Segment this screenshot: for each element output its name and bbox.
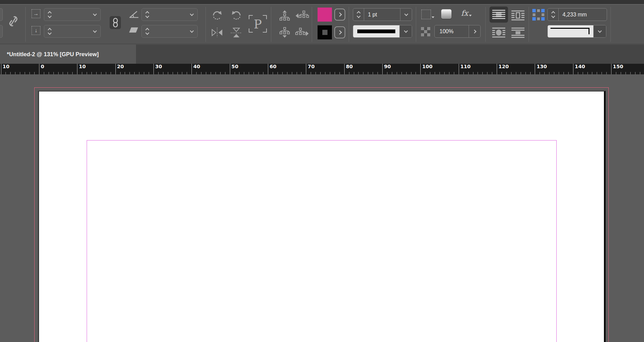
ruler-label: 70 bbox=[308, 64, 314, 69]
opacity-field[interactable]: 100% bbox=[434, 25, 481, 38]
corner-size-value[interactable]: 4,233 mm bbox=[559, 9, 607, 21]
ruler-tick bbox=[292, 72, 292, 74]
rotation-value[interactable] bbox=[152, 9, 186, 21]
corner-shape-dropdown[interactable] bbox=[547, 25, 606, 38]
ruler-tick bbox=[201, 72, 201, 74]
divider bbox=[485, 7, 486, 42]
corner-size-stepper[interactable] bbox=[548, 9, 558, 21]
divider bbox=[312, 7, 312, 42]
ruler-tick bbox=[554, 72, 554, 74]
ruler-tick bbox=[568, 72, 569, 74]
stroke-style-dropdown-button[interactable] bbox=[399, 25, 412, 37]
select-next-object-icon[interactable] bbox=[295, 27, 310, 39]
ruler-tick bbox=[111, 72, 111, 74]
ruler-tick bbox=[168, 72, 168, 74]
width-dropdown-icon[interactable] bbox=[89, 9, 100, 21]
stroke-weight-value[interactable]: 1 pt bbox=[364, 9, 400, 21]
ruler-tick bbox=[44, 72, 44, 74]
height-value[interactable] bbox=[55, 25, 89, 37]
corner-shape-dropdown-button[interactable] bbox=[593, 25, 606, 37]
ruler-tick bbox=[244, 72, 244, 74]
stroke-swatch[interactable] bbox=[318, 25, 332, 39]
ruler-major-line bbox=[77, 64, 77, 74]
ruler-tick bbox=[544, 72, 545, 74]
ruler-tick bbox=[449, 72, 449, 74]
ruler-tick bbox=[63, 72, 63, 74]
ruler-label: 90 bbox=[384, 64, 391, 69]
horizontal-ruler[interactable]: 100102030405060708090100110120130140150 bbox=[0, 64, 644, 74]
corner-shape-preview bbox=[548, 25, 593, 37]
width-stepper[interactable] bbox=[44, 9, 55, 21]
reference-point-indicator: P bbox=[249, 15, 267, 33]
chevron-right-icon bbox=[337, 30, 342, 35]
ruler-tick bbox=[640, 72, 640, 74]
rotation-stepper[interactable] bbox=[142, 9, 152, 21]
fill-menu-button[interactable] bbox=[334, 9, 345, 21]
width-field[interactable] bbox=[44, 8, 101, 21]
ruler-tick bbox=[211, 72, 211, 74]
ruler-tick bbox=[549, 72, 549, 74]
stroke-weight-field[interactable]: 1 pt bbox=[353, 8, 412, 21]
flip-vertical-icon[interactable] bbox=[229, 26, 244, 39]
rotate-clockwise-icon[interactable] bbox=[210, 9, 225, 22]
ruler-major-line bbox=[1, 64, 1, 74]
height-stepper[interactable] bbox=[44, 25, 55, 37]
ruler-major-line bbox=[497, 64, 497, 74]
shear-stepper[interactable] bbox=[142, 25, 152, 37]
wrap-bounding-box-button[interactable] bbox=[510, 9, 525, 22]
ruler-tick bbox=[101, 72, 101, 74]
ruler-tick bbox=[358, 72, 359, 74]
ruler-tick bbox=[373, 72, 373, 74]
ruler-tick bbox=[501, 72, 502, 74]
height-field[interactable] bbox=[44, 25, 101, 38]
fill-swatch[interactable] bbox=[318, 8, 332, 22]
ruler-tick bbox=[401, 72, 402, 74]
select-content-icon[interactable] bbox=[278, 26, 291, 39]
square-corner-sample bbox=[550, 28, 590, 34]
pasteboard[interactable] bbox=[0, 74, 644, 342]
opacity-flyout-button[interactable] bbox=[469, 25, 480, 37]
constrain-proportions-button[interactable] bbox=[110, 16, 121, 29]
corner-size-field[interactable]: 4,233 mm bbox=[547, 8, 607, 21]
ruler-major-line bbox=[344, 64, 345, 74]
ruler-major-line bbox=[230, 64, 230, 74]
document-tab[interactable]: *Untitled-2 @ 131% [GPU Preview] bbox=[0, 45, 136, 64]
select-container-icon[interactable] bbox=[278, 9, 291, 22]
ruler-tick bbox=[173, 72, 173, 74]
shear-icon bbox=[130, 27, 137, 33]
ruler-tick bbox=[363, 72, 363, 74]
shear-value[interactable] bbox=[152, 25, 186, 37]
height-dropdown-icon[interactable] bbox=[89, 25, 100, 37]
wrap-object-shape-button[interactable] bbox=[490, 26, 507, 39]
drop-shadow-button[interactable] bbox=[441, 9, 451, 19]
select-previous-object-icon[interactable] bbox=[295, 10, 310, 22]
rotate-counterclockwise-icon[interactable] bbox=[229, 9, 244, 22]
ruler-tick bbox=[425, 72, 425, 74]
ruler-label: 140 bbox=[575, 64, 585, 69]
rotation-field[interactable] bbox=[141, 8, 198, 21]
ruler-major-line bbox=[153, 64, 154, 74]
stroke-style-dropdown[interactable] bbox=[353, 25, 412, 38]
wrap-jump-object-button[interactable] bbox=[510, 26, 525, 39]
ruler-tick bbox=[540, 72, 540, 74]
ruler-tick bbox=[525, 72, 526, 74]
width-value[interactable] bbox=[55, 9, 89, 21]
ruler-tick bbox=[468, 72, 469, 74]
stroke-weight-stepper[interactable] bbox=[353, 9, 364, 21]
stroke-weight-dropdown-icon[interactable] bbox=[400, 9, 412, 21]
ruler-tick bbox=[516, 72, 516, 74]
wrap-none-button[interactable] bbox=[490, 7, 508, 23]
opacity-value[interactable]: 100% bbox=[435, 25, 469, 37]
stroke-menu-button[interactable] bbox=[334, 26, 345, 38]
ruler-tick bbox=[626, 72, 626, 74]
rotation-dropdown-icon[interactable] bbox=[186, 9, 197, 21]
ruler-tick bbox=[177, 72, 178, 74]
flip-horizontal-icon[interactable] bbox=[210, 26, 225, 39]
effects-menu-button[interactable]: fx bbox=[461, 9, 472, 17]
unlink-icon[interactable] bbox=[8, 14, 19, 28]
shear-dropdown-icon[interactable] bbox=[186, 25, 197, 37]
ruler-tick bbox=[273, 72, 273, 74]
shear-field[interactable] bbox=[141, 25, 198, 38]
ruler-label: 80 bbox=[346, 64, 353, 69]
object-style-icon[interactable] bbox=[421, 10, 434, 19]
